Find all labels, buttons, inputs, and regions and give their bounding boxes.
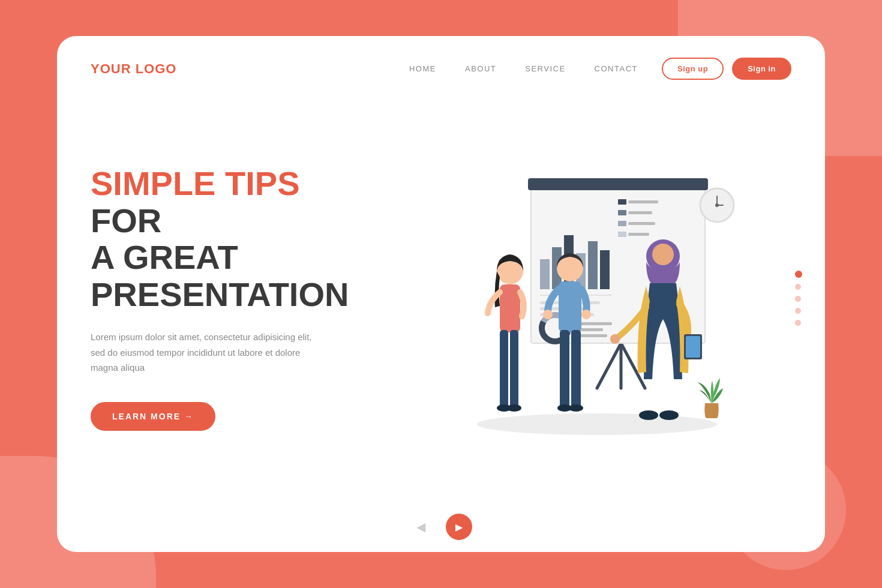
hero-title-line3: PRESENTATION — [91, 275, 349, 313]
nav-service[interactable]: SERVICE — [525, 64, 565, 73]
nav-buttons: Sign up Sign in — [662, 58, 791, 80]
svg-rect-6 — [540, 259, 550, 289]
illustration-svg — [411, 151, 759, 445]
svg-rect-10 — [588, 241, 598, 289]
svg-point-32 — [715, 203, 719, 207]
prev-button[interactable]: ◀ — [410, 516, 431, 538]
svg-rect-19 — [628, 233, 649, 236]
next-button[interactable]: ▶ — [446, 514, 472, 540]
svg-rect-11 — [600, 250, 610, 289]
svg-point-53 — [659, 410, 679, 420]
dot-indicators — [795, 271, 802, 326]
hero-title-line2: A GREAT — [91, 238, 238, 276]
svg-rect-16 — [618, 221, 626, 226]
svg-point-48 — [652, 244, 674, 265]
svg-point-46 — [569, 404, 583, 412]
svg-point-51 — [610, 334, 620, 344]
svg-point-38 — [507, 404, 521, 412]
hero-illustration — [379, 94, 791, 502]
bottom-navigation: ◀ ▶ — [57, 502, 825, 552]
dot-4[interactable] — [795, 308, 801, 314]
dot-2[interactable] — [795, 284, 801, 290]
main-card: YOUR LOGO HOME ABOUT SERVICE CONTACT Sig… — [57, 36, 825, 552]
svg-rect-18 — [618, 232, 626, 237]
hero-title-highlight: SIMPLE TIPS — [91, 164, 300, 202]
hero-text-section: SIMPLE TIPS FOR A GREAT PRESENTATION Lor… — [91, 165, 379, 431]
logo: YOUR LOGO — [91, 61, 176, 77]
svg-rect-17 — [628, 222, 655, 225]
learn-more-button[interactable]: LEARN MORE → — [91, 402, 215, 431]
hero-title: SIMPLE TIPS FOR A GREAT PRESENTATION — [91, 165, 379, 313]
nav-home[interactable]: HOME — [409, 64, 436, 73]
hero-title-suffix1: FOR — [91, 202, 161, 239]
svg-point-52 — [639, 410, 658, 420]
svg-rect-50 — [686, 336, 700, 358]
nav-about[interactable]: ABOUT — [465, 64, 496, 73]
svg-rect-14 — [618, 210, 626, 215]
main-content: SIMPLE TIPS FOR A GREAT PRESENTATION Lor… — [57, 94, 825, 502]
dot-5[interactable] — [795, 320, 801, 326]
dot-1[interactable] — [795, 271, 802, 278]
svg-line-1 — [597, 343, 621, 388]
svg-rect-36 — [510, 330, 518, 408]
hero-description: Lorem ipsum dolor sit amet, consectetur … — [91, 329, 319, 376]
svg-point-41 — [543, 310, 553, 319]
svg-rect-35 — [500, 330, 508, 408]
svg-rect-34 — [500, 284, 520, 332]
svg-rect-13 — [628, 200, 658, 203]
svg-rect-12 — [618, 199, 626, 205]
svg-point-0 — [477, 413, 717, 435]
signin-button[interactable]: Sign in — [732, 58, 791, 80]
svg-rect-43 — [560, 330, 569, 408]
svg-rect-5 — [528, 178, 708, 190]
svg-rect-15 — [628, 211, 652, 214]
dot-3[interactable] — [795, 296, 801, 302]
signup-button[interactable]: Sign up — [662, 58, 724, 80]
nav-links: HOME ABOUT SERVICE CONTACT — [409, 64, 638, 73]
svg-point-42 — [581, 310, 591, 319]
svg-rect-44 — [571, 330, 581, 408]
navbar: YOUR LOGO HOME ABOUT SERVICE CONTACT Sig… — [57, 36, 825, 94]
nav-contact[interactable]: CONTACT — [595, 64, 638, 73]
